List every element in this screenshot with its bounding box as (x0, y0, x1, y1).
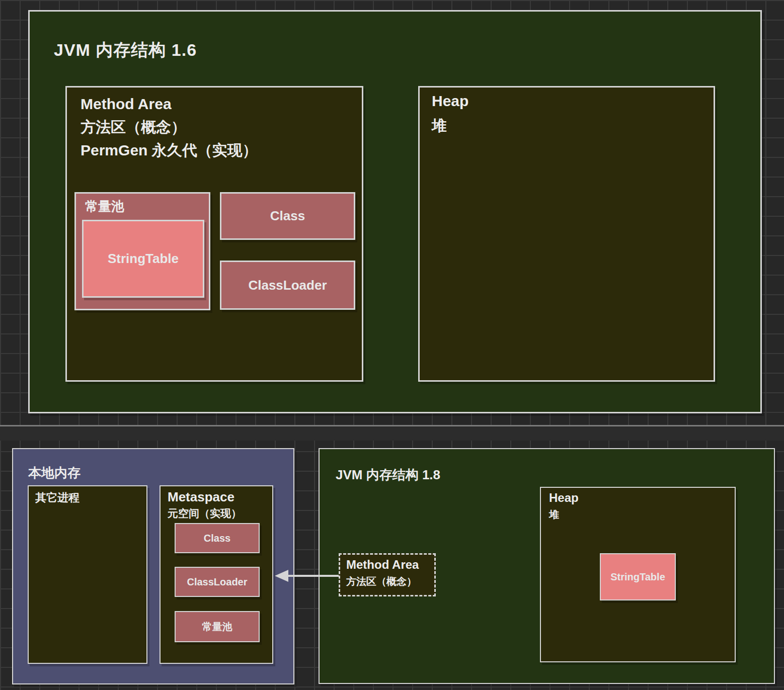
other-process-label: 其它进程 (35, 490, 80, 505)
metaspace-classloader-label: ClassLoader (187, 576, 247, 588)
method-area-16-heading: Method Area 方法区（概念） PermGen 永久代（实现） (81, 93, 258, 162)
section-divider-band (0, 426, 784, 441)
method-area-16-title: Method Area (81, 93, 258, 116)
heap-18-subtitle-cn: 堆 (549, 508, 559, 522)
metaspace-title: Metaspace (168, 489, 234, 505)
metaspace-class-label: Class (204, 533, 230, 544)
metaspace-constant-pool-box: 常量池 (175, 611, 260, 642)
method-area-18-title: Method Area (346, 558, 419, 572)
metaspace-classloader-box: ClassLoader (175, 567, 260, 597)
method-area-16-subtitle-cn: 方法区（概念） (81, 116, 258, 139)
jvm-18-title: JVM 内存结构 1.8 (336, 466, 440, 484)
metaspace-box: Metaspace 元空间（实现） Class ClassLoader 常量池 (160, 485, 273, 664)
jvm-16-panel: JVM 内存结构 1.6 Method Area 方法区（概念） PermGen… (28, 10, 762, 413)
jvm-18-panel: JVM 内存结构 1.8 Method Area 方法区（概念） Heap 堆 … (319, 448, 775, 684)
heap-18-box: Heap 堆 StringTable (540, 487, 736, 662)
class-16-label: Class (270, 208, 305, 224)
string-table-16-label: StringTable (108, 251, 179, 267)
constant-pool-16-box: 常量池 StringTable (74, 192, 210, 310)
jvm-16-title: JVM 内存结构 1.6 (54, 39, 197, 62)
metaspace-class-box: Class (175, 523, 260, 553)
arrow-line (287, 575, 339, 577)
method-area-16-subtitle-impl: PermGen 永久代（实现） (81, 139, 258, 162)
method-area-18-subtitle-cn: 方法区（概念） (346, 575, 417, 588)
string-table-16-box: StringTable (82, 220, 204, 298)
string-table-18-box: StringTable (600, 553, 676, 600)
metaspace-subtitle-cn: 元空间（实现） (168, 506, 242, 521)
metaspace-constant-pool-label: 常量池 (202, 620, 232, 634)
heap-16-subtitle-cn: 堆 (432, 116, 447, 136)
heap-16-box: Heap 堆 (418, 86, 715, 382)
method-area-16-box: Method Area 方法区（概念） PermGen 永久代（实现） 常量池 … (65, 86, 363, 382)
string-table-18-label: StringTable (610, 571, 665, 583)
classloader-16-label: ClassLoader (248, 278, 327, 293)
arrow-left-icon (275, 570, 288, 582)
native-memory-panel: 本地内存 其它进程 Metaspace 元空间（实现） Class ClassL… (12, 448, 294, 684)
classloader-16-box: ClassLoader (220, 261, 355, 310)
method-area-18-box: Method Area 方法区（概念） (339, 553, 436, 596)
other-process-box: 其它进程 (28, 485, 147, 664)
native-memory-title: 本地内存 (28, 464, 81, 482)
constant-pool-16-label: 常量池 (85, 198, 124, 215)
heap-18-title: Heap (549, 491, 579, 505)
class-16-box: Class (220, 192, 355, 240)
heap-16-title: Heap (432, 93, 468, 110)
